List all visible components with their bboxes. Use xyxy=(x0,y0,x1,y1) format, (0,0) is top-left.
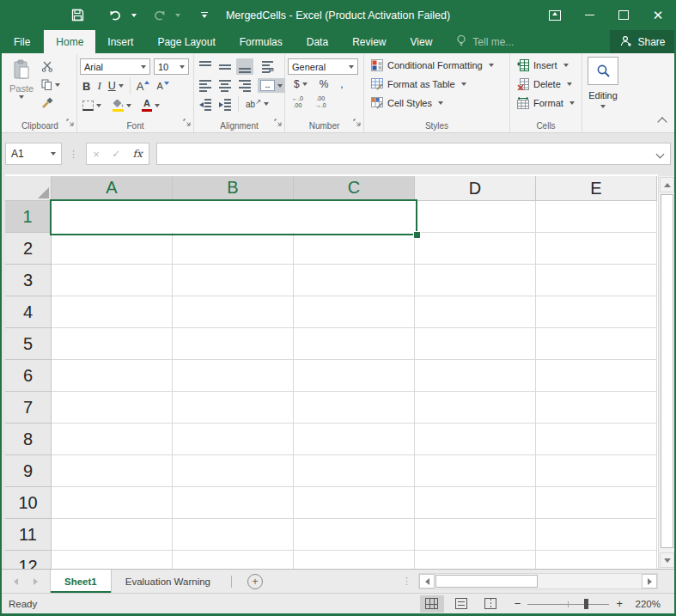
cell-D6[interactable] xyxy=(415,360,536,392)
column-header-C[interactable]: C xyxy=(294,176,415,201)
cell-B5[interactable] xyxy=(173,328,294,360)
undo-icon[interactable] xyxy=(104,5,127,26)
decrease-indent-button[interactable] xyxy=(197,96,214,113)
tab-review[interactable]: Review xyxy=(340,30,398,53)
zoom-slider-thumb[interactable] xyxy=(584,599,588,609)
vertical-scrollbar[interactable] xyxy=(658,176,675,569)
fill-color-dropdown-icon[interactable] xyxy=(126,104,131,107)
format-cells-button[interactable]: Format xyxy=(515,94,579,113)
sheet-tab-sheet1[interactable]: Sheet1 xyxy=(50,570,112,593)
paste-button[interactable]: Paste xyxy=(6,56,37,119)
format-as-table-button[interactable]: Format as Table xyxy=(369,75,507,94)
row-header-1[interactable]: 1 xyxy=(5,201,52,233)
cell-C7[interactable] xyxy=(294,392,415,424)
name-box[interactable]: A1 xyxy=(5,143,62,165)
merged-cell-selection[interactable] xyxy=(50,199,417,235)
italic-button[interactable]: I xyxy=(94,77,103,95)
cell-E9[interactable] xyxy=(536,455,657,487)
align-right-button[interactable] xyxy=(236,77,253,94)
scroll-right-icon[interactable] xyxy=(642,574,657,589)
row-header-3[interactable]: 3 xyxy=(5,265,52,296)
cell-C6[interactable] xyxy=(294,360,415,392)
accounting-dropdown-icon[interactable] xyxy=(302,82,308,86)
cell-C2[interactable] xyxy=(294,233,415,265)
cell-C3[interactable] xyxy=(294,265,415,296)
cell-E10[interactable] xyxy=(536,487,657,519)
zoom-out-icon[interactable]: − xyxy=(515,598,521,609)
tab-file[interactable]: File xyxy=(0,30,44,53)
number-format-combo[interactable]: General xyxy=(288,58,358,75)
select-all-button[interactable] xyxy=(5,176,52,201)
cell-A6[interactable] xyxy=(52,360,173,392)
fill-handle[interactable] xyxy=(413,231,421,239)
tab-page-layout[interactable]: Page Layout xyxy=(145,30,227,53)
delete-cells-button[interactable]: Delete xyxy=(515,75,579,94)
cell-D12[interactable] xyxy=(415,551,536,569)
fill-color-button[interactable] xyxy=(109,98,134,113)
percent-style-button[interactable]: % xyxy=(317,77,332,91)
row-header-2[interactable]: 2 xyxy=(5,233,52,265)
increase-decimal-button[interactable]: ←.0.00 xyxy=(289,94,306,110)
column-header-E[interactable]: E xyxy=(536,176,657,201)
merge-and-center-button[interactable]: ↔ xyxy=(258,78,285,93)
underline-button[interactable]: U xyxy=(106,78,126,94)
font-dialog-launcher-icon[interactable] xyxy=(183,114,191,130)
cell-A7[interactable] xyxy=(52,392,173,424)
top-align-button[interactable] xyxy=(197,58,214,75)
cut-button[interactable] xyxy=(39,59,63,74)
cell-D11[interactable] xyxy=(415,519,536,551)
borders-dropdown-icon[interactable] xyxy=(96,104,101,107)
cell-A4[interactable] xyxy=(52,296,173,328)
format-as-table-dropdown-icon[interactable] xyxy=(461,82,466,86)
cell-E5[interactable] xyxy=(536,328,657,360)
cell-B11[interactable] xyxy=(173,519,294,551)
cell-E12[interactable] xyxy=(536,551,657,569)
cell-C11[interactable] xyxy=(294,519,415,551)
insert-function-icon[interactable]: fx xyxy=(133,148,143,160)
cell-C4[interactable] xyxy=(294,296,415,328)
tab-insert[interactable]: Insert xyxy=(95,30,145,53)
scroll-down-icon[interactable] xyxy=(660,552,674,568)
cell-E11[interactable] xyxy=(536,519,657,551)
insert-dropdown-icon[interactable] xyxy=(563,64,569,67)
name-box-dropdown-icon[interactable] xyxy=(51,152,56,156)
font-color-button[interactable]: A xyxy=(139,97,162,113)
row-header-7[interactable]: 7 xyxy=(5,392,52,424)
decrease-decimal-button[interactable]: .00→.0 xyxy=(313,94,329,110)
cell-B3[interactable] xyxy=(173,265,294,296)
expand-formula-bar-icon[interactable] xyxy=(656,150,665,159)
orientation-dropdown-icon[interactable] xyxy=(264,102,269,106)
tab-data[interactable]: Data xyxy=(295,30,340,53)
conditional-formatting-button[interactable]: Conditional Formatting xyxy=(369,56,507,75)
cell-E8[interactable] xyxy=(536,424,657,455)
cell-E6[interactable] xyxy=(536,360,657,392)
increase-indent-button[interactable] xyxy=(216,96,234,113)
number-dialog-launcher-icon[interactable] xyxy=(353,114,361,130)
borders-button[interactable] xyxy=(80,99,104,113)
delete-dropdown-icon[interactable] xyxy=(567,82,572,86)
cell-B4[interactable] xyxy=(173,296,294,328)
enter-icon[interactable]: ✓ xyxy=(112,148,120,160)
cell-A12[interactable] xyxy=(52,551,173,569)
copy-dropdown-icon[interactable] xyxy=(55,83,60,87)
increase-font-size-button[interactable]: A xyxy=(134,79,153,94)
format-painter-button[interactable] xyxy=(39,95,63,110)
underline-dropdown-icon[interactable] xyxy=(119,84,124,88)
row-header-12[interactable]: 12 xyxy=(5,551,52,569)
cell-B12[interactable] xyxy=(173,551,294,569)
copy-button[interactable] xyxy=(39,77,63,92)
cell-C5[interactable] xyxy=(294,328,415,360)
comma-style-button[interactable]: , xyxy=(338,77,345,91)
minimize-icon[interactable] xyxy=(578,5,600,26)
cell-styles-button[interactable]: Cell Styles xyxy=(369,94,507,113)
merge-dropdown-icon[interactable] xyxy=(277,84,283,88)
tab-view[interactable]: View xyxy=(399,30,445,53)
center-button[interactable] xyxy=(216,77,234,94)
cell-B6[interactable] xyxy=(173,360,294,392)
orientation-button[interactable]: ab↗ xyxy=(243,97,271,111)
cell-C10[interactable] xyxy=(294,487,415,519)
ribbon-display-options-icon[interactable] xyxy=(544,5,566,26)
cell-A8[interactable] xyxy=(52,424,173,455)
normal-view-button[interactable] xyxy=(420,595,444,613)
cell-E3[interactable] xyxy=(536,265,657,296)
